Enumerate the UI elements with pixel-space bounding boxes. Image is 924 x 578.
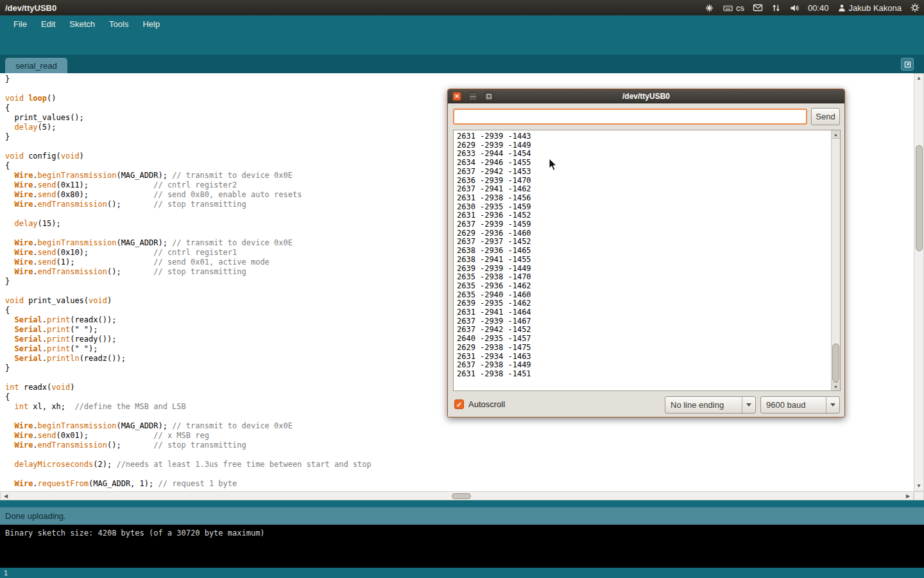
keyboard-layout-indicator[interactable]: cs: [721, 0, 746, 15]
menubar: File Edit Sketch Tools Help: [0, 15, 924, 33]
menu-sketch[interactable]: Sketch: [62, 17, 102, 31]
serial-output-panel: 2631 -2939 -1443 2629 -2939 -1449 2633 -…: [453, 130, 841, 391]
gear-icon[interactable]: [909, 0, 921, 15]
horizontal-scroll-thumb[interactable]: [452, 493, 471, 499]
code-line: Wire.requestFrom(MAG_ADDR, 1); // reques…: [5, 479, 914, 489]
top-panel: /dev/ttyUSB0 cs: [0, 0, 924, 15]
scroll-left-icon[interactable]: ◀: [1, 492, 10, 500]
toolbar: [0, 33, 924, 55]
code-line: [5, 450, 914, 460]
vertical-scroll-thumb[interactable]: [916, 145, 923, 251]
status-message: Done uploading.: [5, 511, 66, 521]
mail-icon[interactable]: [751, 0, 764, 15]
serial-scroll-thumb[interactable]: [832, 344, 839, 382]
scroll-up-icon[interactable]: ▲: [914, 74, 923, 82]
cursor-arrow-icon: [549, 158, 558, 171]
serial-controls: ✓ Autoscroll No line ending 9600 baud: [448, 396, 846, 414]
clock-label: 00:40: [808, 3, 829, 13]
tab-serial-read[interactable]: serial_read: [5, 58, 67, 73]
serial-body: Send 2631 -2939 -1443 2629 -2939 -1449 2…: [448, 103, 844, 417]
editor-vertical-scrollbar[interactable]: ▲ ▼: [914, 73, 924, 491]
user-menu[interactable]: Jakub Kakona: [836, 0, 903, 15]
baud-rate-value: 9600 baud: [766, 397, 805, 414]
chevron-down-icon: [742, 397, 755, 413]
code-line: [5, 469, 914, 479]
code-line: }: [5, 74, 914, 84]
line-ending-value: No line ending: [671, 397, 724, 414]
menu-file[interactable]: File: [6, 17, 34, 31]
status-bar: Done uploading.: [0, 507, 924, 525]
autoscroll-label: Autoscroll: [468, 399, 505, 409]
network-sync-icon[interactable]: [770, 0, 782, 15]
autoscroll-checkbox[interactable]: ✓: [454, 399, 464, 409]
tab-label: serial_read: [15, 61, 56, 71]
serial-input[interactable]: [453, 109, 807, 125]
indicator-icon[interactable]: [703, 0, 715, 15]
clock[interactable]: 00:40: [807, 0, 830, 15]
keyboard-layout-label: cs: [736, 3, 744, 13]
panel-indicators: cs 00:40: [703, 0, 921, 15]
scroll-down-icon[interactable]: ▼: [832, 382, 840, 390]
scroll-right-icon[interactable]: ▶: [903, 492, 912, 500]
console-output: Binary sketch size: 4208 bytes (of a 307…: [0, 525, 924, 568]
maximize-icon: [486, 94, 492, 99]
send-button[interactable]: Send: [811, 108, 840, 125]
mouse-cursor: [549, 158, 558, 174]
serial-output[interactable]: 2631 -2939 -1443 2629 -2939 -1449 2633 -…: [454, 130, 831, 390]
baud-rate-select[interactable]: 9600 baud: [760, 396, 840, 414]
panel-window-title: /dev/ttyUSB0: [5, 3, 56, 13]
line-ending-select[interactable]: No line ending: [665, 396, 756, 414]
code-line: Wire.beginTransmission(MAG_ADDR); // tra…: [5, 421, 914, 431]
close-button[interactable]: ✕: [452, 92, 461, 101]
menu-edit[interactable]: Edit: [34, 17, 62, 31]
line-number-indicator: 1: [4, 569, 8, 577]
minimize-button[interactable]: —: [468, 92, 477, 101]
scroll-down-icon[interactable]: ▼: [914, 482, 923, 490]
console-line: Binary sketch size: 4208 bytes (of a 307…: [5, 529, 265, 538]
editor-horizontal-scrollbar[interactable]: ◀ ▶: [0, 491, 914, 500]
expand-icon: [903, 60, 912, 69]
chevron-down-icon: [826, 397, 839, 413]
serial-window-title: /dev/ttyUSB0: [448, 89, 844, 103]
scroll-up-icon[interactable]: ▲: [832, 130, 840, 139]
scrollbar-corner: [914, 491, 924, 500]
desktop: /dev/ttyUSB0 cs: [0, 0, 924, 578]
serial-monitor-window: /dev/ttyUSB0 ✕ — Send 2631 -2939 -1443 2…: [447, 89, 845, 417]
serial-scrollbar[interactable]: ▲ ▼: [831, 130, 840, 390]
tab-menu-button[interactable]: [901, 58, 914, 71]
status-divider: [0, 500, 924, 507]
serial-titlebar[interactable]: /dev/ttyUSB0 ✕ —: [448, 89, 844, 103]
maximize-button[interactable]: [484, 92, 493, 101]
code-line: Wire.endTransmission(); // stop transmit…: [5, 441, 914, 450]
footer-bar: 1: [0, 568, 924, 578]
menu-help[interactable]: Help: [135, 17, 167, 31]
menu-tools[interactable]: Tools: [102, 17, 135, 31]
volume-icon[interactable]: [788, 0, 801, 15]
tabbar: serial_read: [0, 55, 924, 73]
code-line: Wire.send(0x01); // x MSB reg: [5, 431, 914, 441]
username-label: Jakub Kakona: [849, 3, 902, 13]
code-line: delayMicroseconds(2); //needs at least 1…: [5, 460, 914, 469]
